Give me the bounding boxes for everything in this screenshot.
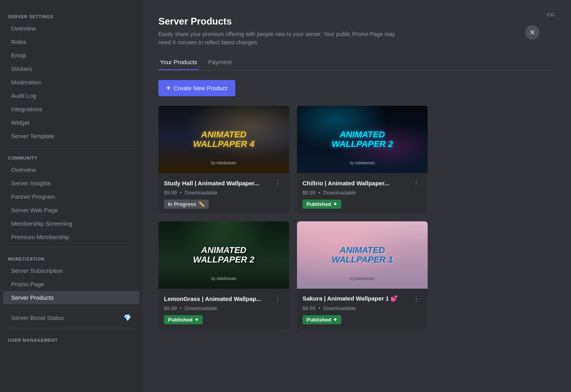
product-title-row-3: LemonGrass | Animated Wallpap... ⋮: [164, 293, 284, 304]
sidebar-item-label: Stickers: [11, 65, 32, 72]
product-card-3: ANIMATEDWALLPAPER 2 by tobidoesart Lemon…: [158, 221, 289, 329]
status-badge-3[interactable]: Published ✦: [164, 315, 203, 324]
sidebar-item-label: Server Template: [11, 133, 54, 139]
main-content: ✕ ESC Server Products Easily share your …: [143, 0, 571, 392]
divider: [8, 146, 135, 146]
product-price-1: $9.99: [164, 190, 177, 196]
page-title: Server Products: [158, 16, 555, 27]
status-badge-2[interactable]: Published ✦: [303, 200, 341, 209]
status-badge-1[interactable]: In Progress ✏️: [164, 200, 209, 209]
sidebar-item-audit-log[interactable]: Audit Log: [3, 89, 139, 102]
create-btn-label: Create New Product: [174, 85, 227, 91]
sidebar-item-emoji[interactable]: Emoji: [3, 49, 139, 62]
sidebar-item-widget[interactable]: Widget: [3, 116, 139, 129]
sidebar: Server Settings Overview Roles Emoji Sti…: [0, 0, 143, 392]
sidebar-item-promo-page[interactable]: Promo Page: [3, 278, 139, 291]
product-type-2: Downloadable: [323, 190, 356, 196]
product-thumbnail-2: ANIMATEDWALLPAPER 2 by tobidoesart: [297, 106, 428, 173]
sidebar-item-label: Roles: [11, 38, 26, 45]
product-title-row-1: Study Hall | Animated Wallpaper... ⋮: [164, 178, 284, 188]
product-name-1: Study Hall | Animated Wallpaper...: [164, 180, 259, 186]
product-price-row-3: $9.99 • Downloadable: [164, 305, 284, 311]
sidebar-item-label: Overview: [11, 25, 36, 32]
sidebar-item-community-overview[interactable]: Overview: [3, 163, 139, 176]
sidebar-item-label: Server Subscription: [11, 267, 63, 274]
sidebar-item-label: Premium Membership: [11, 234, 69, 240]
server-settings-label: Server Settings: [0, 8, 143, 21]
sidebar-item-label: Emoji: [11, 52, 26, 59]
sidebar-item-integrations[interactable]: Integrations: [3, 103, 139, 116]
product-name-4: Sakura | Animated Wallpaper 1 💕: [303, 295, 398, 302]
sidebar-item-partner-program[interactable]: Partner Program: [3, 190, 139, 203]
close-button-wrapper: ✕ ESC: [547, 13, 555, 17]
close-icon: ✕: [529, 28, 535, 37]
monetization-label: Monetization: [0, 250, 143, 264]
sidebar-item-membership-screening[interactable]: Membership Screening: [3, 217, 139, 230]
sidebar-item-label: Server Products: [11, 294, 54, 301]
sidebar-item-premium-membership[interactable]: Premium Membership: [3, 230, 139, 244]
product-title-row-4: Sakura | Animated Wallpaper 1 💕 ⋮: [303, 293, 422, 304]
sidebar-item-label: Server Web Page: [11, 207, 58, 213]
sidebar-item-server-template[interactable]: Server Template: [3, 129, 139, 143]
sidebar-item-label: Overview: [11, 166, 36, 173]
product-menu-4[interactable]: ⋮: [410, 293, 422, 304]
product-name-3: LemonGrass | Animated Wallpap...: [164, 295, 261, 302]
product-title-row-2: Chillrio | Animated Wallpaper... ⋮: [303, 178, 422, 188]
create-new-product-button[interactable]: + Create New Product: [158, 80, 235, 96]
sidebar-item-stickers[interactable]: Stickers: [3, 62, 139, 75]
product-thumbnail-3: ANIMATEDWALLPAPER 2 by tobidoesart: [158, 221, 289, 289]
product-info-4: Sakura | Animated Wallpaper 1 💕 ⋮ $9.99 …: [297, 289, 428, 329]
sidebar-item-label: Server Boost Status: [11, 314, 64, 321]
close-button[interactable]: ✕: [525, 25, 539, 40]
product-menu-1[interactable]: ⋮: [272, 178, 284, 188]
plus-icon: +: [166, 84, 171, 92]
sidebar-item-label: Integrations: [11, 106, 42, 112]
product-type-1: Downloadable: [185, 190, 217, 196]
product-price-4: $9.99: [303, 305, 316, 311]
page-description: Easily share your premium offering with …: [158, 30, 404, 47]
product-thumbnail-1: ANIMATEDWALLPAPER 4 by tobidoesart: [158, 106, 289, 173]
product-type-4: Downloadable: [323, 305, 356, 311]
product-card-1: ANIMATEDWALLPAPER 4 by tobidoesart Study…: [158, 106, 289, 213]
sidebar-item-overview[interactable]: Overview: [3, 22, 139, 35]
tab-payment[interactable]: Payment: [207, 55, 233, 70]
thumb-subtitle-1: by tobidoesart: [211, 161, 236, 165]
esc-label: ESC: [547, 13, 555, 17]
status-label-2: Published: [306, 201, 331, 207]
status-badge-4[interactable]: Published ✦: [303, 315, 341, 324]
product-price-row-2: $9.99 • Downloadable: [303, 190, 422, 196]
product-menu-3[interactable]: ⋮: [272, 293, 284, 304]
tab-your-products[interactable]: Your Products: [158, 55, 199, 70]
status-label-3: Published: [168, 317, 192, 323]
product-thumbnail-4: ANIMATEDWALLPAPER 1 by tobidoesart: [297, 221, 428, 289]
sidebar-item-server-products[interactable]: Server Products: [3, 291, 139, 304]
product-menu-2[interactable]: ⋮: [410, 178, 422, 188]
thumb-subtitle-3: by tobidoesart: [211, 276, 236, 281]
sidebar-item-server-boost-status[interactable]: Server Boost Status 💎: [3, 311, 139, 325]
product-grid: ANIMATEDWALLPAPER 4 by tobidoesart Study…: [158, 106, 428, 329]
sidebar-item-server-subscription[interactable]: Server Subscription: [3, 264, 139, 277]
pencil-icon: ✏️: [198, 201, 205, 207]
sidebar-item-label: Partner Program: [11, 193, 55, 200]
status-label-1: In Progress: [168, 201, 196, 207]
divider: [8, 247, 135, 247]
tabs: Your Products Payment: [158, 55, 555, 70]
divider: [8, 307, 135, 308]
product-info-3: LemonGrass | Animated Wallpap... ⋮ $9.99…: [158, 289, 289, 329]
product-type-3: Downloadable: [185, 305, 217, 311]
user-management-label: User Management: [0, 331, 143, 345]
sidebar-item-label: Promo Page: [11, 281, 44, 287]
sidebar-item-server-web-page[interactable]: Server Web Page: [3, 204, 139, 217]
status-label-4: Published: [306, 317, 331, 323]
product-info-2: Chillrio | Animated Wallpaper... ⋮ $9.99…: [297, 173, 428, 213]
product-price-2: $9.99: [303, 190, 316, 196]
sidebar-item-label: Membership Screening: [11, 220, 72, 227]
sidebar-item-server-insights[interactable]: Server Insights: [3, 177, 139, 190]
divider: [8, 328, 135, 328]
product-name-2: Chillrio | Animated Wallpaper...: [303, 180, 389, 186]
thumb-subtitle-2: by tobidoesart: [350, 161, 375, 165]
sidebar-item-roles[interactable]: Roles: [3, 35, 139, 48]
sidebar-item-label: Server Insights: [11, 180, 51, 186]
sidebar-item-moderation[interactable]: Moderation: [3, 76, 139, 89]
checkmark-icon-3: ✦: [194, 317, 199, 323]
